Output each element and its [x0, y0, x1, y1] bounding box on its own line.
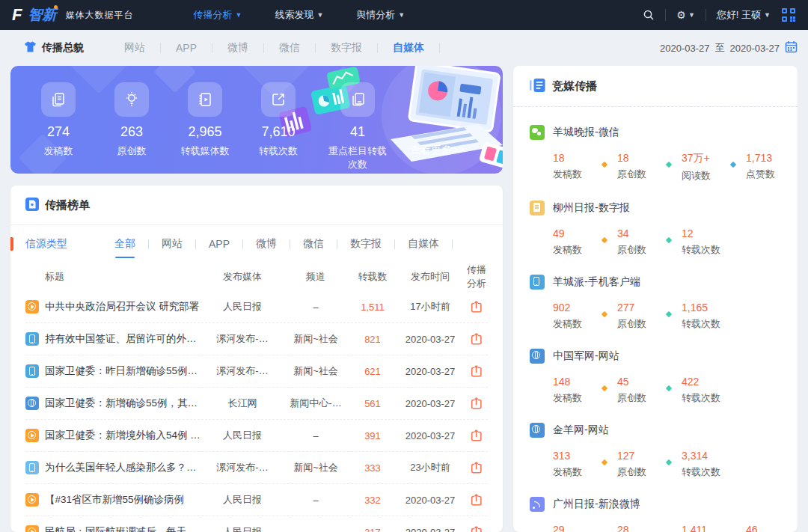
filter-app[interactable]: APP [196, 225, 242, 263]
stat: 34原创数 [617, 227, 656, 257]
view-more-link[interactable]: 查看更多>> [410, 144, 464, 171]
article-title[interactable]: 国家卫健委：新增境外输入54例 … [45, 429, 203, 442]
article-title[interactable]: 民航局：国际航班调减后，每天… [45, 525, 203, 532]
star-document-icon [25, 198, 39, 213]
nav-item-clue-discovery[interactable]: 线索发现 ▼ [275, 8, 323, 22]
competitor-entry: 中国军网-网站 148发稿数 45原创数 422转载次数 [530, 349, 781, 405]
source-type-icon [25, 493, 39, 507]
tab-weibo[interactable]: 微博 [212, 41, 263, 55]
repost-count: 561 [350, 398, 395, 409]
brand-name: 智新 [28, 5, 56, 25]
analysis-share-icon[interactable] [465, 299, 488, 314]
article-title[interactable]: 国家卫健委：昨日新增确诊55例… [45, 364, 203, 378]
competitor-name-row[interactable]: 广州日报-新浪微博 [530, 497, 781, 512]
stat-label: 发稿数 [553, 243, 592, 257]
nav-label: 传播分析 [193, 8, 232, 22]
stat-label: 发稿数 [553, 465, 592, 479]
stat: 45原创数 [617, 376, 656, 405]
article-title[interactable]: 为什么美国年轻人感染那么多？… [45, 461, 203, 474]
article-title[interactable]: 中共中央政治局召开会议 研究部署 [45, 300, 203, 314]
share-arrow-icon [261, 82, 296, 117]
stat: 49发稿数 [553, 227, 592, 257]
stat-value: 127 [617, 450, 656, 462]
source-type-icon [25, 332, 39, 346]
nav-item-sentiment-analysis[interactable]: 舆情分析 ▼ [356, 8, 405, 22]
filter-digital-paper[interactable]: 数字报 [337, 225, 394, 263]
stat-repost-count: 7,610 转载次数 [251, 82, 305, 171]
channel: – [281, 430, 350, 441]
analysis-share-icon[interactable] [465, 428, 488, 443]
filter-label[interactable]: 信源类型 [25, 237, 67, 251]
stat-value: 1,713 [746, 152, 785, 164]
tab-app[interactable]: APP [161, 42, 212, 54]
stat: 277原创数 [617, 302, 656, 331]
top-navigation: 传播分析 ▼ 线索发现 ▼ 舆情分析 ▼ [193, 8, 405, 22]
analysis-share-icon[interactable] [465, 460, 488, 475]
tab-wechat[interactable]: 微信 [264, 41, 315, 55]
qr-code-icon[interactable] [781, 7, 796, 22]
tab-website[interactable]: 网站 [109, 41, 160, 55]
calendar-icon[interactable] [785, 40, 798, 55]
divider [439, 43, 440, 53]
stat-value: 34 [617, 227, 656, 239]
source-type-filter: 信源类型 全部 网站 APP 微博 微信 数字报 自媒 [25, 225, 488, 263]
diamond-separator [666, 311, 672, 317]
filter-weibo[interactable]: 微博 [243, 225, 290, 263]
stat-value: 3,314 [682, 450, 720, 462]
channel: 新闻~社会 [281, 364, 350, 378]
user-greeting[interactable]: 您好! 王硕 ▼ [717, 8, 771, 22]
subnav: 传播总貌 网站 APP 微博 微信 数字报 自媒体 2020-03-27 至 2… [0, 30, 808, 66]
tab-overview[interactable]: 传播总貌 [24, 41, 84, 55]
stat: 29发稿数 [553, 524, 592, 532]
ranking-header: 传播榜单 [25, 186, 488, 224]
competitor-name-row[interactable]: 金羊网-网站 [530, 423, 781, 438]
tab-digital-paper[interactable]: 数字报 [316, 41, 377, 55]
competitor-name-row[interactable]: 柳州日报-数字报 [530, 201, 781, 215]
filter-wechat[interactable]: 微信 [290, 225, 337, 263]
col-media: 发布媒体 [203, 270, 281, 284]
repost-count: 333 [350, 462, 395, 474]
analysis-share-icon[interactable] [465, 525, 488, 532]
competitor-stats: 49发稿数 34原创数 12转载次数 [553, 227, 781, 257]
filter-website[interactable]: 网站 [149, 225, 195, 263]
chevron-down-icon: ▼ [688, 11, 695, 19]
competitor-stats: 18发稿数 18原创数 37万+阅读数 1,713点赞数 [553, 152, 781, 183]
stat-label: 原创数 [617, 465, 656, 479]
logo[interactable]: F 智新 媒体大数据平台 [12, 5, 133, 25]
article-title[interactable]: 国家卫健委：新增确诊55例，其… [45, 397, 203, 410]
stat: 148发稿数 [553, 376, 592, 405]
stat-value: 277 [617, 302, 656, 314]
right-column: 竞媒传播 羊城晚报-微信 18发稿数 18原创数 37万+阅读数 [513, 66, 798, 532]
article-title[interactable]: 持有效中国签证、居留许可的外… [45, 332, 203, 346]
analysis-share-icon[interactable] [465, 364, 488, 379]
competitor-name-row[interactable]: 羊城派-手机客户端 [530, 275, 781, 290]
stat-value: 18 [617, 152, 656, 164]
date-range-picker[interactable]: 2020-03-27 至 2020-03-27 [660, 40, 798, 55]
filter-self-media[interactable]: 自媒体 [395, 225, 452, 263]
stat: 1,411转发数 [682, 524, 720, 532]
competitor-name: 柳州日报-数字报 [553, 201, 630, 215]
stat: 12转载次数 [682, 227, 720, 257]
tab-self-media[interactable]: 自媒体 [378, 41, 439, 55]
publish-media: 人民日报 [203, 493, 281, 507]
stat-label: 转载次数 [682, 317, 720, 331]
ranking-panel: 传播榜单 信源类型 全部 网站 APP 微博 微信 [10, 186, 503, 532]
analysis-share-icon[interactable] [465, 396, 488, 411]
nav-item-communication-analysis[interactable]: 传播分析 ▼ [193, 8, 242, 22]
stat-value: 902 [553, 302, 592, 314]
competitor-title: 竞媒传播 [552, 79, 597, 94]
analysis-share-icon[interactable] [465, 492, 488, 507]
gear-icon[interactable]: ⚙▼ [676, 9, 694, 21]
stat-value: 1,165 [682, 302, 720, 314]
stat-value: 49 [553, 227, 592, 239]
competitor-name-row[interactable]: 羊城晚报-微信 [530, 125, 781, 140]
col-analysis: 传播分析 [465, 263, 488, 290]
filter-all[interactable]: 全部 [102, 225, 148, 263]
search-icon[interactable] [643, 9, 655, 21]
stat-value: 274 [47, 124, 70, 140]
article-title[interactable]: 【#31省区市新增55例确诊病例 [45, 493, 203, 507]
analysis-share-icon[interactable] [465, 331, 488, 346]
competitor-name-row[interactable]: 中国军网-网站 [530, 349, 781, 364]
stat-label: 重点栏目转载次数 [325, 144, 391, 171]
repost-count: 317 [350, 527, 395, 532]
